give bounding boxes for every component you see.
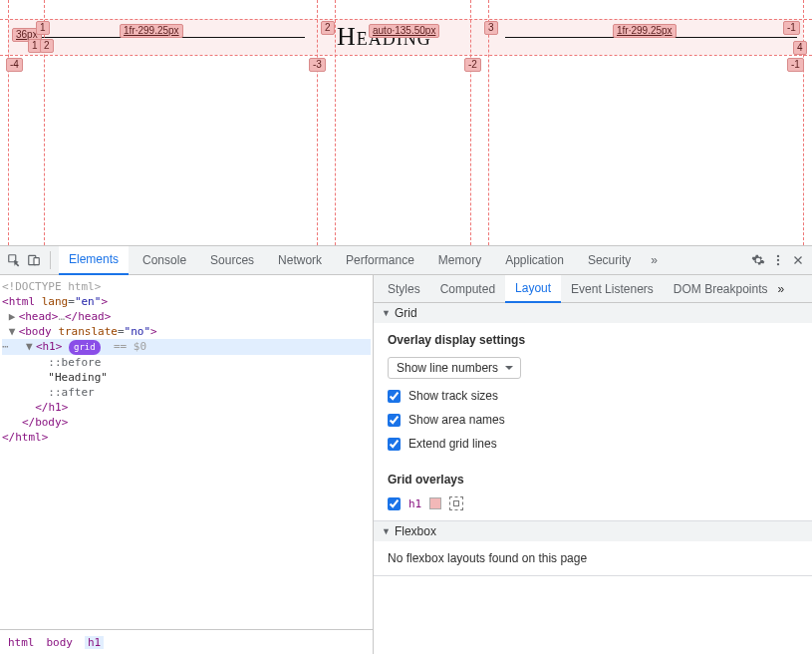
svg-point-4 xyxy=(777,259,779,261)
svg-point-5 xyxy=(777,263,779,265)
grid-line-v4 xyxy=(803,0,804,245)
devtools-tabbar: Elements Console Sources Network Perform… xyxy=(0,246,812,275)
dom-doctype: <!DOCTYPE html> xyxy=(2,280,101,293)
tab-network[interactable]: Network xyxy=(268,246,332,275)
kebab-icon[interactable] xyxy=(770,252,786,268)
stab-dombreakpoints[interactable]: DOM Breakpoints xyxy=(664,275,778,303)
crumb-h1[interactable]: h1 xyxy=(85,636,104,649)
gear-icon[interactable] xyxy=(750,252,766,268)
grid-num-top-3: 3 xyxy=(484,21,498,35)
col3-size-label: 1fr·299.25px xyxy=(613,24,677,38)
grid-num-top-2: 2 xyxy=(321,21,335,35)
grid-line-v2 xyxy=(317,0,318,245)
grid-num-top--1: -1 xyxy=(783,21,800,35)
grid-section-title: Grid xyxy=(395,306,417,320)
tab-performance[interactable]: Performance xyxy=(336,246,424,275)
sidetabs-overflow-icon[interactable]: » xyxy=(778,282,785,296)
stab-computed[interactable]: Computed xyxy=(430,275,505,303)
col2-size-label: auto·135.50px xyxy=(369,24,439,38)
grid-line-v1b xyxy=(44,0,45,245)
grid-num-bot--2: -2 xyxy=(464,58,481,72)
grid-num-top-1: 1 xyxy=(36,21,50,35)
grid-line-v1 xyxy=(8,0,9,245)
dom-breadcrumb: html body h1 xyxy=(0,629,373,654)
grid-num-bot--4: -4 xyxy=(6,58,23,72)
grid-line-v3b xyxy=(488,0,489,245)
check-area-names[interactable] xyxy=(388,414,401,427)
check-extend-lines-label: Extend grid lines xyxy=(408,437,497,451)
grid-num-row-4: 4 xyxy=(793,41,807,55)
tab-console[interactable]: Console xyxy=(133,246,196,275)
grid-num-bot--1: -1 xyxy=(787,58,804,72)
tab-memory[interactable]: Memory xyxy=(428,246,491,275)
overlay-color-swatch[interactable] xyxy=(429,497,441,509)
chevron-down-icon: ▼ xyxy=(382,526,391,536)
overlay-h1-check[interactable] xyxy=(388,497,401,510)
line-numbers-select[interactable]: Show line numbers xyxy=(388,357,521,379)
devtools-panel: Elements Console Sources Network Perform… xyxy=(0,245,812,654)
grid-num-bot--3: -3 xyxy=(309,58,326,72)
device-toggle-icon[interactable] xyxy=(26,252,42,268)
tab-application[interactable]: Application xyxy=(495,246,574,275)
stab-layout[interactable]: Layout xyxy=(505,275,561,303)
grid-overlays-title: Grid overlays xyxy=(388,473,798,487)
stab-styles[interactable]: Styles xyxy=(378,275,430,303)
page-viewport: Heading 36px 1fr·299.25px auto·135.50px … xyxy=(0,0,812,245)
close-icon[interactable] xyxy=(790,252,806,268)
grid-line-h1 xyxy=(0,19,812,20)
flexbox-section-head[interactable]: ▼ Flexbox xyxy=(374,521,812,541)
divider xyxy=(50,251,51,269)
dom-tree[interactable]: <!DOCTYPE html> <html lang="en"> ▶<head>… xyxy=(0,275,373,629)
grid-line-v3 xyxy=(470,0,471,245)
grid-section: ▼ Grid Overlay display settings Show lin… xyxy=(374,303,812,521)
check-area-names-label: Show area names xyxy=(408,413,505,427)
chevron-down-icon: ▼ xyxy=(382,308,391,318)
flexbox-section: ▼ Flexbox No flexbox layouts found on th… xyxy=(374,521,812,576)
grid-section-head[interactable]: ▼ Grid xyxy=(374,303,812,323)
col1-size-label: 1fr·299.25px xyxy=(120,24,183,38)
flexbox-empty-text: No flexbox layouts found on this page xyxy=(388,551,587,565)
sidebar-tabs: Styles Computed Layout Event Listeners D… xyxy=(374,275,812,303)
tab-security[interactable]: Security xyxy=(578,246,641,275)
grid-line-h2 xyxy=(0,55,812,56)
grid-badge[interactable]: grid xyxy=(69,340,101,355)
flexbox-section-title: Flexbox xyxy=(395,524,436,538)
svg-rect-2 xyxy=(34,258,39,265)
sidebar-panel: Styles Computed Layout Event Listeners D… xyxy=(374,275,812,654)
overlay-style-icon[interactable] xyxy=(449,496,463,510)
tabs-overflow-icon[interactable]: » xyxy=(645,253,664,267)
check-extend-lines[interactable] xyxy=(388,438,401,451)
svg-point-3 xyxy=(777,255,779,257)
tab-sources[interactable]: Sources xyxy=(200,246,264,275)
tab-elements[interactable]: Elements xyxy=(59,246,129,275)
stab-eventlisteners[interactable]: Event Listeners xyxy=(561,275,664,303)
dom-tree-panel: <!DOCTYPE html> <html lang="en"> ▶<head>… xyxy=(0,275,374,654)
crumb-html[interactable]: html xyxy=(8,636,35,649)
inspect-icon[interactable] xyxy=(6,252,22,268)
check-track-sizes[interactable] xyxy=(388,390,401,403)
check-track-sizes-label: Show track sizes xyxy=(408,389,498,403)
overlay-h1-name: h1 xyxy=(408,497,421,510)
grid-num-row-2: 2 xyxy=(40,39,54,53)
overlay-settings-title: Overlay display settings xyxy=(388,333,798,347)
grid-line-v2b xyxy=(335,0,336,245)
crumb-body[interactable]: body xyxy=(47,636,74,649)
